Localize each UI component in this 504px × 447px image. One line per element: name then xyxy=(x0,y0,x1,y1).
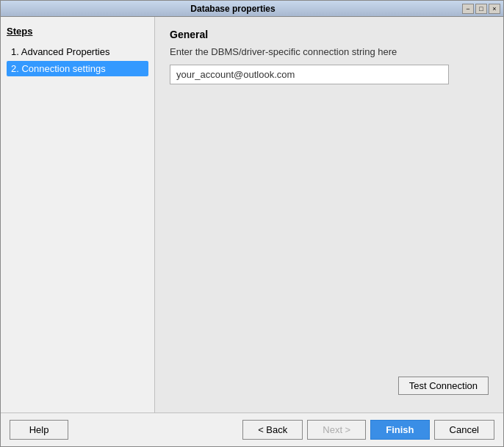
sidebar-item-connection-settings[interactable]: 2. Connection settings xyxy=(7,61,148,76)
title-bar: Database properties − □ × xyxy=(1,1,503,17)
main-spacer xyxy=(170,84,489,377)
next-button[interactable]: Next > xyxy=(307,420,366,440)
test-connection-button[interactable]: Test Connection xyxy=(398,377,489,395)
cancel-button[interactable]: Cancel xyxy=(434,420,494,440)
test-connection-row: Test Connection xyxy=(170,377,489,401)
steps-title: Steps xyxy=(7,26,148,37)
sidebar-item-advanced-properties[interactable]: 1. Advanced Properties xyxy=(7,44,148,59)
minimize-button[interactable]: − xyxy=(462,4,474,14)
footer: Help < Back Next > Finish Cancel xyxy=(1,413,503,446)
main-window: Database properties − □ × Steps 1. Advan… xyxy=(0,0,504,447)
footer-left: Help xyxy=(10,420,68,440)
general-subtitle: Enter the DBMS/driver-specific connectio… xyxy=(170,46,489,57)
footer-right: < Back Next > Finish Cancel xyxy=(242,420,494,440)
window-content: Steps 1. Advanced Properties 2. Connecti… xyxy=(1,17,503,413)
window-title: Database properties xyxy=(4,4,462,14)
finish-button[interactable]: Finish xyxy=(370,420,429,440)
sidebar: Steps 1. Advanced Properties 2. Connecti… xyxy=(1,17,155,413)
help-button[interactable]: Help xyxy=(10,420,68,440)
connection-string-input[interactable] xyxy=(170,65,449,84)
maximize-button[interactable]: □ xyxy=(475,4,487,14)
title-bar-buttons: − □ × xyxy=(462,4,500,14)
general-title: General xyxy=(170,29,489,40)
back-button[interactable]: < Back xyxy=(242,420,303,440)
main-panel: General Enter the DBMS/driver-specific c… xyxy=(155,17,503,413)
close-button[interactable]: × xyxy=(489,4,500,14)
